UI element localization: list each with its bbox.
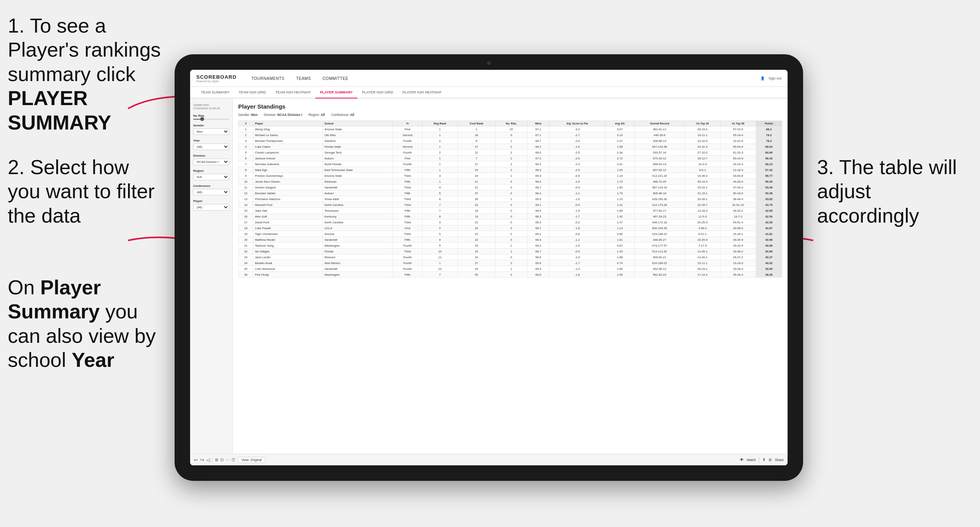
table-cell: 1.68: [605, 254, 634, 260]
year-select[interactable]: (All) First Second Third Fourth Fifth: [193, 143, 229, 150]
table-cell: -1.5: [549, 179, 605, 185]
sign-out-link[interactable]: Sign out: [769, 76, 781, 80]
sub-nav-player-summary[interactable]: PLAYER SUMMARY: [315, 87, 357, 98]
region-select[interactable]: N/A All: [193, 174, 229, 180]
table-row[interactable]: 8Mats EgeEast Tennessee StateFifth124268…: [239, 167, 782, 173]
table-cell: 7: [422, 272, 457, 278]
division-select[interactable]: NCAA Division I NCAA Division II NCAA Di…: [193, 159, 229, 165]
sub-nav-team-h2h-heatmap[interactable]: TEAM H2H HEATMAP: [271, 87, 315, 98]
table-cell: 25: [458, 272, 495, 278]
table-cell: -0.2: [549, 219, 605, 225]
table-row[interactable]: 11Gordon SargentVanderbiltThird421068.7-…: [239, 185, 782, 190]
table-row[interactable]: 10Jacob Skov OlesenArkansasFifth121068.4…: [239, 179, 782, 185]
logo-area: SCOREBOARD Powered by clippd: [196, 74, 237, 83]
division-label: Division: [193, 154, 229, 157]
toolbar-back[interactable]: ◁: [206, 457, 210, 463]
table-row[interactable]: 23Jack LundinMissouriFourth1124068.6-2.3…: [239, 254, 782, 260]
table-row[interactable]: 4Luke ClatonFlorida StateSecond127268.2-…: [239, 144, 782, 150]
table-cell: 412-221-24: [634, 173, 685, 179]
nav-teams[interactable]: TEAMS: [291, 74, 316, 83]
table-row[interactable]: 6Jackson KoivunAuburnFirst17267.3-2.02.7…: [239, 156, 782, 161]
table-cell: Taehoon Song: [253, 243, 323, 249]
instruction-1: 1. To see a Player's rankings summary cl…: [8, 14, 178, 135]
slider-thumb[interactable]: [200, 117, 204, 121]
table-cell: 473-177-57: [634, 243, 685, 249]
table-cell: 69.1: [527, 202, 549, 208]
table-row[interactable]: 14Maxwell FordNorth CarolinaThird722069.…: [239, 202, 782, 208]
table-cell: 2.34: [605, 150, 634, 156]
table-row[interactable]: 20Matthew RiedelVanderbiltFifth922068.8-…: [239, 237, 782, 243]
table-cell: 1.73: [605, 179, 634, 185]
table-row[interactable]: 2Michael La SassoOle MissSecond118067.1-…: [239, 132, 782, 138]
table-row[interactable]: 1Wenyi DingArizona StateFirst111567.1-3.…: [239, 126, 782, 132]
sub-nav-team-summary[interactable]: TEAM SUMMARY: [196, 87, 234, 98]
export-icon[interactable]: ⬆: [762, 458, 765, 462]
instruction-3: 3. The table will adjust accordingly: [817, 155, 972, 228]
toolbar-view[interactable]: View: Original: [238, 457, 265, 463]
table-cell: 3.10: [605, 132, 634, 138]
player-select[interactable]: (All): [193, 204, 229, 211]
table-row[interactable]: 26Petr HrubyWashingtonFifth725068.6-1.81…: [239, 272, 782, 278]
table-cell: 8-6-1: [685, 167, 720, 173]
nav-tournaments[interactable]: TOURNAMENTS: [246, 74, 290, 83]
table-cell: Luke Powell: [253, 225, 323, 231]
table-cell: 562-82-23: [634, 272, 685, 278]
slider-track[interactable]: [193, 119, 229, 120]
table-row[interactable]: 24Bastien AmatNew MexicoFourth127269.4-1…: [239, 260, 782, 266]
player-label: Player: [193, 199, 229, 203]
table-cell: 2.72: [605, 156, 634, 161]
table-row[interactable]: 7Nicholas GabrelcikNorth FloridaFourth12…: [239, 161, 782, 167]
toolbar-undo[interactable]: ↩: [194, 457, 198, 463]
col-vs-top50: Vs Top 50: [720, 121, 756, 126]
table-cell: 68.4: [527, 190, 549, 196]
table-row[interactable]: 18Luke PowellUCLAFirst424069.1-1.81.1350…: [239, 225, 782, 231]
table-cell: 27: [458, 144, 495, 150]
table-row[interactable]: 17David FordNorth CarolinaThird421069.0-…: [239, 219, 782, 225]
conference-section: Conference (All): [193, 184, 229, 195]
table-cell: Fourth: [393, 150, 422, 156]
table-cell: 61-20-3: [720, 150, 756, 156]
division-section: Division NCAA Division I NCAA Division I…: [193, 154, 229, 165]
table-cell: -1.2: [549, 237, 605, 243]
toolbar-share[interactable]: Share: [775, 458, 784, 462]
table-row[interactable]: 22Ian GilliganFloridaThird1024168.7-0.91…: [239, 249, 782, 254]
table-row[interactable]: 21Taehoon SongWashingtonFourth523169.2-1…: [239, 243, 782, 249]
table-row[interactable]: 12Brendan ValdesAuburnFifth537068.4-1.11…: [239, 190, 782, 196]
toolbar-dots[interactable]: ···: [226, 458, 229, 462]
table-cell: 0: [495, 208, 528, 214]
table-cell: Vanderbilt: [323, 266, 393, 272]
table-cell: -1.5: [549, 208, 605, 214]
nav-committee[interactable]: COMMITTEE: [317, 74, 354, 83]
table-cell: 13-18-2: [685, 208, 720, 214]
table-row[interactable]: 25Cole SherwoodVanderbiltFourth1223169.3…: [239, 266, 782, 272]
toolbar-copy[interactable]: ⊞: [215, 458, 218, 462]
conference-select[interactable]: (All): [193, 189, 229, 195]
grid-icon[interactable]: ⊞: [769, 458, 772, 462]
table-cell: 40.87: [756, 225, 782, 231]
instruction-2: 2. Select how you want to filter the dat…: [8, 155, 163, 228]
toolbar-clock[interactable]: ⏱: [231, 458, 235, 462]
table-cell: 1.50: [605, 185, 634, 190]
table-row[interactable]: 15Jake HallTennesseeFifth718068.5-1.51.6…: [239, 208, 782, 214]
table-row[interactable]: 3Michael ThorbjornsenStanfordFourth28168…: [239, 138, 782, 144]
table-cell: Fourth: [393, 161, 422, 167]
table-cell: 21: [458, 185, 495, 190]
table-row[interactable]: 19Tiger ChristensenArizonaThird522269.2-…: [239, 231, 782, 237]
gender-select[interactable]: Men Women: [193, 128, 229, 135]
table-row[interactable]: 9Preston SummerhaysArizona StateThird324…: [239, 173, 782, 179]
sub-nav-team-h2h-grid[interactable]: TEAM H2H GRID: [234, 87, 271, 98]
toolbar-watch[interactable]: Watch: [747, 458, 756, 462]
table-cell: 23: [239, 254, 253, 260]
table-row[interactable]: 16Alex GoffKentuckyFifth819068.3-1.71.92…: [239, 214, 782, 219]
table-row[interactable]: 5Christo LamprechtGeorgia TechFourth2212…: [239, 150, 782, 156]
table-cell: 24-45-1: [720, 231, 756, 237]
table-cell: 381-61-11: [634, 126, 685, 132]
table-cell: 10: [239, 179, 253, 185]
table-cell: 22: [458, 202, 495, 208]
sub-nav-player-h2h-heatmap[interactable]: PLAYER H2H HEATMAP: [398, 87, 446, 98]
table-row[interactable]: 13Phichaksn MaichonTexas A&MThird630169.…: [239, 196, 782, 202]
toolbar-paste[interactable]: ⊡: [220, 458, 223, 462]
sub-nav-player-h2h-grid[interactable]: PLAYER H2H GRID: [357, 87, 398, 98]
toolbar-redo[interactable]: ↪: [200, 457, 204, 463]
table-cell: 1: [422, 260, 457, 266]
